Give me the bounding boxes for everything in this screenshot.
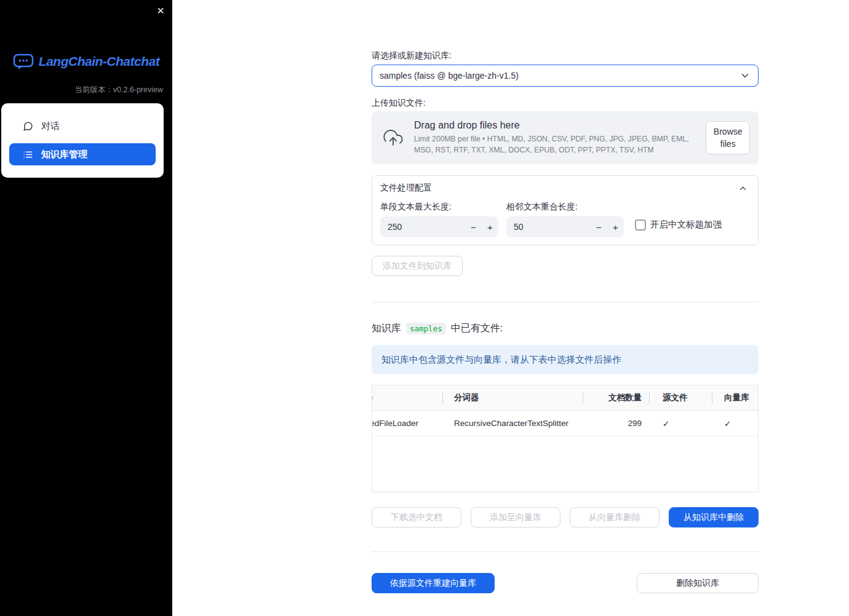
overlap-length-stepper[interactable]: 50 − + (506, 216, 624, 237)
chat-bubble-icon (23, 121, 33, 132)
divider (372, 551, 759, 552)
divider (372, 302, 759, 302)
max-length-value[interactable]: 250 (380, 222, 465, 232)
sidebar: × LangChain-Chatchat 当前版本：v0.2.6-preview (0, 0, 172, 616)
table-row[interactable]: UnstructuredFileLoader RecursiveCharacte… (372, 411, 758, 436)
file-config-expander: 文件处理配置 单段文本最大长度: 相邻文本重合长度: 250 − + 50 − … (372, 175, 759, 245)
sidebar-item-knowledge-base[interactable]: 知识库管理 (9, 143, 156, 165)
cell-source-file-check: ✓ (650, 419, 712, 428)
minus-icon[interactable]: − (591, 216, 607, 237)
app-window: × LangChain-Chatchat 当前版本：v0.2.6-preview (0, 0, 849, 616)
list-icon (23, 149, 33, 160)
logo: LangChain-Chatchat (0, 53, 172, 70)
file-dropzone[interactable]: Drag and drop files here Limit 200MB per… (372, 111, 759, 164)
checkbox-label: 开启中文标题加强 (650, 219, 722, 231)
sidebar-menu: 对话 知识库管理 (1, 103, 164, 178)
existing-files-prefix: 知识库 (372, 322, 401, 335)
chevron-down-icon (739, 70, 751, 81)
plus-icon[interactable]: + (482, 216, 498, 237)
sidebar-item-label: 对话 (41, 120, 60, 132)
chinese-title-enhance-checkbox[interactable]: 开启中文标题加强 (635, 219, 722, 231)
download-selected-button[interactable]: 下载选中文档 (372, 507, 461, 527)
plus-icon[interactable]: + (607, 216, 624, 237)
table-header-splitter[interactable]: 分词器 (443, 385, 583, 410)
delete-from-kb-button[interactable]: 从知识库中删除 (669, 507, 759, 527)
dropzone-texts: Drag and drop files here Limit 200MB per… (414, 120, 706, 155)
delete-kb-button[interactable]: 删除知识库 (637, 573, 759, 593)
table-header-vector-store[interactable]: 向量库 (712, 385, 758, 410)
table-header-row: 文档加载器 分词器 文档数量 源文件 向量库 (372, 385, 758, 411)
drag-drop-text: Drag and drop files here (414, 120, 706, 131)
kb-select-value: samples (faiss @ bge-large-zh-v1.5) (380, 71, 519, 81)
add-files-to-kb-button[interactable]: 添加文件到知识库 (372, 256, 463, 276)
kb-files-table[interactable]: 文档加载器 分词器 文档数量 源文件 向量库 UnstructuredFileL… (372, 385, 759, 492)
sidebar-close-icon[interactable]: × (157, 2, 164, 18)
overlap-length-label: 相邻文本重合长度: (506, 202, 578, 213)
max-length-label: 单段文本最大长度: (380, 202, 452, 213)
expander-title: 文件处理配置 (380, 183, 432, 194)
cell-loader: UnstructuredFileLoader (372, 419, 443, 428)
logo-chat-icon (13, 53, 34, 70)
cell-splitter: RecursiveCharacterTextSplitter (443, 419, 583, 428)
upload-limit-text: Limit 200MB per file • HTML, MD, JSON, C… (414, 134, 706, 155)
existing-files-heading: 知识库 samples 中已有文件: (372, 322, 503, 335)
table-header-loader[interactable]: 文档加载器 (372, 385, 443, 410)
version-label: 当前版本：v0.2.6-preview (0, 85, 172, 95)
kb-select-label: 请选择或新建知识库: (372, 50, 452, 61)
checkbox-box[interactable] (635, 219, 646, 231)
rebuild-vector-store-button[interactable]: 依据源文件重建向量库 (372, 573, 495, 593)
delete-from-vector-store-button[interactable]: 从向量库删除 (570, 507, 660, 527)
overlap-length-value[interactable]: 50 (506, 222, 591, 232)
expander-header[interactable]: 文件处理配置 (372, 176, 758, 194)
table-header-source-file[interactable]: 源文件 (650, 385, 712, 410)
info-banner-text: 知识库中包含源文件与向量库，请从下表中选择文件后操作 (381, 354, 621, 366)
kb-select-dropdown[interactable]: samples (faiss @ bge-large-zh-v1.5) (372, 65, 759, 87)
info-banner: 知识库中包含源文件与向量库，请从下表中选择文件后操作 (372, 345, 759, 374)
chevron-up-icon (738, 183, 748, 194)
upload-label: 上传知识文件: (372, 98, 426, 109)
cloud-upload-icon (381, 128, 405, 148)
sidebar-item-label: 知识库管理 (41, 149, 87, 160)
existing-files-suffix: 中已有文件: (451, 322, 503, 335)
sidebar-item-dialogue[interactable]: 对话 (9, 115, 156, 137)
cell-doc-count: 299 (583, 419, 650, 428)
cell-vector-store-check: ✓ (712, 419, 758, 428)
browse-files-button[interactable]: Browse files (706, 121, 750, 155)
logo-text: LangChain-Chatchat (39, 54, 159, 69)
minus-icon[interactable]: − (465, 216, 482, 237)
table-header-doc-count[interactable]: 文档数量 (583, 385, 650, 410)
add-to-vector-store-button[interactable]: 添加至向量库 (471, 507, 560, 527)
max-length-stepper[interactable]: 250 − + (380, 216, 498, 237)
kb-name-code: samples (406, 323, 446, 334)
